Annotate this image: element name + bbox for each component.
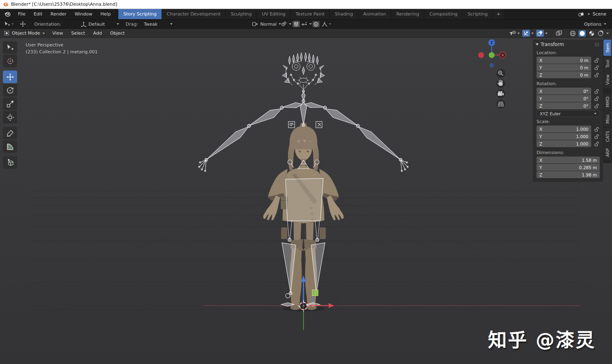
tool-scale[interactable] [3, 97, 17, 110]
scale-x-field[interactable]: X1.000 [537, 126, 591, 132]
viewport-menu-view[interactable]: View [48, 31, 67, 36]
dimensions-x-field[interactable]: X1.58 m [537, 157, 600, 163]
menu-render[interactable]: Render [47, 9, 71, 19]
viewport-canvas[interactable]: Z X [0, 38, 612, 364]
tool-annotate[interactable] [3, 127, 17, 139]
menu-file[interactable]: File [14, 9, 29, 19]
sidebar-tab-mmd[interactable]: MMD [603, 93, 611, 110]
workspace-tab-character-development[interactable]: Character Development [162, 9, 226, 19]
toggle-perspective-button[interactable] [497, 99, 506, 108]
workspace-tab-sculpting[interactable]: Sculpting [226, 9, 257, 19]
tool-transform[interactable] [3, 111, 17, 124]
tool-move-icon[interactable] [16, 21, 29, 27]
active-tool-icon[interactable] [0, 21, 16, 27]
pan-hand-button[interactable] [497, 79, 506, 88]
selectability-filter-dropdown[interactable] [509, 31, 520, 36]
sidebar-tab-item[interactable]: Item [603, 40, 611, 56]
camera-view-button[interactable] [497, 89, 506, 98]
nav-gizmo[interactable]: Z X [478, 40, 506, 68]
scene-browse-chevron[interactable] [588, 13, 590, 15]
scene-icon[interactable] [578, 11, 585, 17]
sidebar-tab-cats[interactable]: CATS [603, 128, 611, 145]
drag-dropdown[interactable]: Tweak [144, 22, 173, 27]
overlays-dropdown[interactable] [545, 33, 548, 34]
workspace-tab-rendering[interactable]: Rendering [391, 9, 424, 19]
proportional-editing-toggle[interactable] [313, 21, 319, 27]
sidebar-tab-view[interactable]: View [603, 71, 611, 88]
viewport-3d[interactable]: Z X [0, 38, 612, 364]
menu-window[interactable]: Window [71, 9, 96, 19]
options-dropdown[interactable]: Options [584, 22, 606, 27]
nav-axis-x-neg[interactable] [478, 52, 484, 58]
workspace-tab-story-scripting[interactable]: Story Scripting [118, 9, 161, 19]
lock-icon[interactable] [593, 127, 600, 132]
add-workspace-button[interactable]: + [492, 9, 504, 19]
nav-axis-y[interactable] [489, 52, 494, 58]
dimensions-y-field[interactable]: Y0.285 m [537, 164, 600, 171]
location-z-field[interactable]: Z0 m [537, 71, 591, 78]
menu-help[interactable]: Help [96, 9, 115, 19]
lock-icon[interactable] [593, 104, 600, 108]
sidebar-tab-arp[interactable]: ARP [603, 145, 611, 160]
shading-dropdown[interactable] [606, 33, 609, 34]
tool-settings-bar: Orientation: Default Drag: Tweak Normal [0, 19, 612, 29]
lock-icon[interactable] [593, 65, 600, 70]
tool-move[interactable] [3, 71, 17, 83]
dimensions-z-field[interactable]: Z1.98 m [537, 171, 600, 178]
menu-edit[interactable]: Edit [29, 9, 46, 19]
panel-grip-icon[interactable] [594, 42, 600, 46]
workspace-tab-scripting[interactable]: Scripting [462, 9, 492, 19]
lock-icon[interactable] [593, 141, 600, 146]
xray-toggle[interactable] [556, 30, 562, 36]
mode-dropdown[interactable]: Object Mode [0, 31, 45, 36]
snap-toggle[interactable] [293, 21, 300, 27]
nav-axis-z-neg[interactable] [490, 63, 494, 68]
shading-solid-button[interactable] [579, 30, 586, 37]
location-x-field[interactable]: X0 m [537, 57, 591, 64]
workspace-tab-texture-paint[interactable]: Texture Paint [290, 9, 329, 19]
scale-z-field[interactable]: Z1.000 [537, 140, 591, 147]
shading-material-button[interactable] [588, 30, 595, 37]
tool-select-tweak[interactable] [3, 41, 17, 54]
workspace-tab-animation[interactable]: Animation [358, 9, 391, 19]
workspace-tabs: Story Scripting Character Development Sc… [118, 9, 504, 19]
lock-icon[interactable] [593, 89, 600, 94]
pivot-point-dropdown[interactable]: Normal [252, 22, 281, 27]
shading-wireframe-button[interactable] [570, 30, 576, 37]
location-y-field[interactable]: Y0 m [537, 64, 591, 71]
tool-add-cube[interactable] [3, 156, 17, 169]
rotation-x-field[interactable]: X0° [537, 88, 591, 95]
viewport-menu-add[interactable]: Add [89, 31, 106, 36]
gizmos-dropdown[interactable] [531, 33, 534, 34]
snap-settings-dropdown[interactable] [301, 22, 312, 27]
overlays-toggle[interactable] [536, 30, 544, 37]
tool-rotate[interactable] [3, 84, 17, 97]
falloff-dropdown[interactable] [322, 22, 331, 27]
transform-pivot-dropdown[interactable] [281, 21, 291, 27]
viewport-menu-object[interactable]: Object [106, 31, 129, 36]
tool-cursor[interactable] [3, 55, 17, 67]
rotation-group: X0° Y0° Z0° [533, 88, 603, 109]
rotation-z-field[interactable]: Z0° [537, 102, 591, 109]
shading-rendered-button[interactable] [597, 30, 604, 37]
lock-icon[interactable] [593, 73, 600, 77]
scale-y-field[interactable]: Y1.000 [537, 133, 591, 140]
zoom-button[interactable] [497, 69, 506, 78]
lock-icon[interactable] [593, 134, 600, 139]
viewport-menu-select[interactable]: Select [67, 31, 89, 36]
blender-menu-icon[interactable] [0, 9, 14, 19]
lock-icon[interactable] [593, 58, 600, 63]
sidebar-tab-misc[interactable]: Misc [603, 111, 611, 127]
scene-name[interactable]: Scene [592, 11, 606, 17]
gizmos-toggle[interactable] [522, 30, 530, 37]
workspace-tab-uv-editing[interactable]: UV Editing [257, 9, 290, 19]
sidebar-tab-tool[interactable]: Tool [603, 56, 611, 71]
rotation-y-field[interactable]: Y0° [537, 95, 591, 102]
rotation-mode-dropdown[interactable]: XYZ Euler [537, 110, 600, 117]
panel-collapse-icon[interactable] [536, 44, 539, 46]
workspace-tab-compositing[interactable]: Compositing [424, 9, 462, 19]
lock-icon[interactable] [593, 96, 600, 101]
workspace-tab-shading[interactable]: Shading [329, 9, 358, 19]
transform-orientation-dropdown[interactable]: Default [81, 22, 119, 27]
tool-measure[interactable] [3, 140, 17, 153]
